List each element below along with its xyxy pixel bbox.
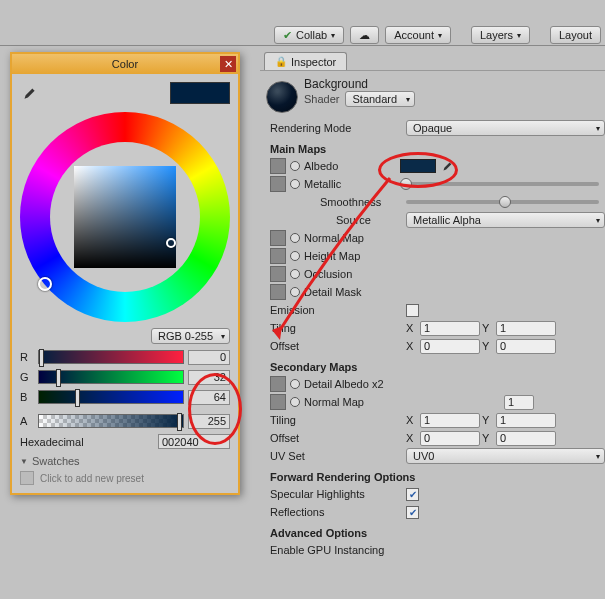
eyedropper-icon[interactable] xyxy=(440,159,454,173)
reflections-label: Reflections xyxy=(266,506,406,518)
a-value-field[interactable]: 255 xyxy=(188,414,230,429)
normalmap-label: Normal Map xyxy=(304,232,364,244)
source-label: Source xyxy=(266,214,406,226)
hex-label: Hexadecimal xyxy=(20,436,158,448)
account-button[interactable]: Account▾ xyxy=(385,26,451,44)
detailalbedo-label: Detail Albedo x2 xyxy=(304,378,384,390)
tiling2-x-field[interactable]: 1 xyxy=(420,413,480,428)
offset-y-field[interactable]: 0 xyxy=(496,339,556,354)
hue-cursor[interactable] xyxy=(38,277,52,291)
forward-options-label: Forward Rendering Options xyxy=(270,471,605,483)
eyedropper-icon[interactable] xyxy=(20,84,38,102)
smoothness-label: Smoothness xyxy=(266,196,406,208)
b-slider[interactable] xyxy=(38,390,184,404)
r-value-field[interactable]: 0 xyxy=(188,350,230,365)
tiling-label: Tiling xyxy=(266,322,406,334)
gpu-instancing-label: Enable GPU Instancing xyxy=(266,544,406,556)
color-mode-dropdown[interactable]: RGB 0-255 xyxy=(151,328,230,344)
source-dropdown[interactable]: Metallic Alpha xyxy=(406,212,605,228)
sv-square[interactable] xyxy=(74,166,176,268)
offset2-y-field[interactable]: 0 xyxy=(496,431,556,446)
detailmask-label: Detail Mask xyxy=(304,286,361,298)
radio-icon xyxy=(290,269,300,279)
inspector-tab[interactable]: 🔒 Inspector xyxy=(264,52,347,70)
radio-icon xyxy=(290,233,300,243)
material-name: Background xyxy=(304,77,415,91)
preset-hint: Click to add new preset xyxy=(40,473,144,484)
color-picker-title: Color xyxy=(112,58,138,70)
occlusion-texture-slot[interactable] xyxy=(270,266,286,282)
layout-button[interactable]: Layout xyxy=(550,26,601,44)
hex-value-field[interactable]: 002040 xyxy=(158,434,230,449)
tiling-x-field[interactable]: 1 xyxy=(420,321,480,336)
radio-icon xyxy=(290,179,300,189)
rendering-mode-dropdown[interactable]: Opaque xyxy=(406,120,605,136)
uvset-dropdown[interactable]: UV0 xyxy=(406,448,605,464)
offset2-x-field[interactable]: 0 xyxy=(420,431,480,446)
occlusion-label: Occlusion xyxy=(304,268,352,280)
normalmap2-texture-slot[interactable] xyxy=(270,394,286,410)
offset2-label: Offset xyxy=(266,432,406,444)
g-value-field[interactable]: 32 xyxy=(188,370,230,385)
offset-x-field[interactable]: 0 xyxy=(420,339,480,354)
secondary-maps-label: Secondary Maps xyxy=(270,361,605,373)
layers-button[interactable]: Layers▾ xyxy=(471,26,530,44)
smoothness-slider[interactable] xyxy=(406,200,599,204)
detailalbedo-texture-slot[interactable] xyxy=(270,376,286,392)
a-slider[interactable] xyxy=(38,414,184,428)
reflections-checkbox[interactable]: ✔ xyxy=(406,506,419,519)
color-picker-titlebar[interactable]: Color ✕ xyxy=(12,54,238,74)
metallic-label: Metallic xyxy=(304,178,400,190)
current-color-swatch xyxy=(170,82,230,104)
shader-label: Shader xyxy=(304,93,339,105)
radio-icon xyxy=(290,379,300,389)
rendering-mode-label: Rendering Mode xyxy=(266,122,406,134)
metallic-slider[interactable] xyxy=(400,182,599,186)
normalmap2-label: Normal Map xyxy=(304,396,504,408)
metallic-texture-slot[interactable] xyxy=(270,176,286,192)
heightmap-texture-slot[interactable] xyxy=(270,248,286,264)
radio-icon xyxy=(290,161,300,171)
offset-label: Offset xyxy=(266,340,406,352)
b-value-field[interactable]: 64 xyxy=(188,390,230,405)
radio-icon xyxy=(290,287,300,297)
inspector-panel: 🔒 Inspector Background Shader Standard R… xyxy=(260,52,605,599)
albedo-label: Albedo xyxy=(304,160,400,172)
advanced-options-label: Advanced Options xyxy=(270,527,605,539)
tiling2-label: Tiling xyxy=(266,414,406,426)
collab-button[interactable]: ✔Collab▾ xyxy=(274,26,344,44)
radio-icon xyxy=(290,251,300,261)
specular-label: Specular Highlights xyxy=(266,488,406,500)
normalmap-texture-slot[interactable] xyxy=(270,230,286,246)
detailmask-texture-slot[interactable] xyxy=(270,284,286,300)
emission-checkbox[interactable] xyxy=(406,304,419,317)
radio-icon xyxy=(290,397,300,407)
emission-label: Emission xyxy=(266,304,406,316)
tiling-y-field[interactable]: 1 xyxy=(496,321,556,336)
shader-dropdown[interactable]: Standard xyxy=(345,91,415,107)
color-wheel[interactable] xyxy=(20,112,230,322)
tiling2-y-field[interactable]: 1 xyxy=(496,413,556,428)
heightmap-label: Height Map xyxy=(304,250,360,262)
main-maps-label: Main Maps xyxy=(270,143,605,155)
albedo-texture-slot[interactable] xyxy=(270,158,286,174)
cloud-button[interactable]: ☁ xyxy=(350,26,379,44)
swatches-foldout[interactable]: ▼ Swatches xyxy=(20,455,230,467)
add-preset-button[interactable] xyxy=(20,471,34,485)
normalmap2-value-field[interactable]: 1 xyxy=(504,395,534,410)
specular-checkbox[interactable]: ✔ xyxy=(406,488,419,501)
top-toolbar: ✔Collab▾ ☁ Account▾ Layers▾ Layout xyxy=(0,0,605,46)
close-icon[interactable]: ✕ xyxy=(220,56,236,72)
foldout-icon: ▼ xyxy=(20,457,28,466)
uvset-label: UV Set xyxy=(266,450,406,462)
sv-cursor[interactable] xyxy=(166,238,176,248)
g-slider[interactable] xyxy=(38,370,184,384)
albedo-color-chip[interactable] xyxy=(400,159,436,173)
r-slider[interactable] xyxy=(38,350,184,364)
material-preview-sphere xyxy=(266,81,298,113)
color-picker-window: Color ✕ RGB 0-255 R 0 G 32 xyxy=(10,52,240,495)
lock-icon: 🔒 xyxy=(275,56,287,67)
